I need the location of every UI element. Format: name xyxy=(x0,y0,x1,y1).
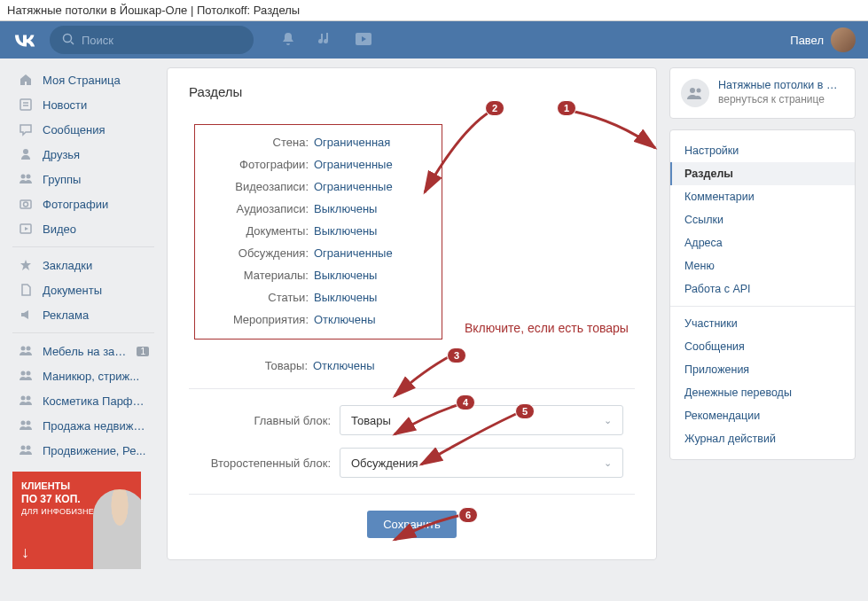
settings-nav-item[interactable]: Денежные переводы xyxy=(670,381,855,404)
nav-item[interactable]: Реклама xyxy=(12,302,154,327)
photos-icon xyxy=(18,196,34,212)
settings-nav-item[interactable]: Разделы xyxy=(670,162,855,185)
bookmarks-icon xyxy=(18,257,34,273)
music-icon[interactable] xyxy=(317,31,333,50)
main-block-select[interactable]: Товары ⌄ xyxy=(340,405,623,435)
nav-item[interactable]: Группы xyxy=(12,167,154,191)
svg-point-15 xyxy=(27,371,31,376)
docs-icon xyxy=(18,282,34,298)
settings-nav-item[interactable]: Приложения xyxy=(670,358,855,381)
svg-point-6 xyxy=(23,149,28,154)
settings-nav-item[interactable]: Участники xyxy=(670,312,855,335)
annotation-badge-1: 1 xyxy=(557,100,576,116)
nav-label: Новости xyxy=(43,98,149,112)
secondary-block-select[interactable]: Обсуждения ⌄ xyxy=(340,448,623,478)
settings-nav-item[interactable]: Ссылки xyxy=(670,208,855,231)
sections-redbox: Стена:ОграниченнаяФотографии:Ограниченны… xyxy=(194,124,442,340)
svg-point-21 xyxy=(27,446,31,450)
settings-nav-item[interactable]: Настройки xyxy=(670,139,855,162)
svg-point-7 xyxy=(21,175,26,179)
nav-item[interactable]: Косметика Парфю... xyxy=(12,388,154,413)
setting-value[interactable]: Ограниченные xyxy=(314,180,393,193)
nav-item[interactable]: Маникюр, стриж... xyxy=(12,363,154,388)
settings-nav: НастройкиРазделыКомментарииСсылкиАдресаМ… xyxy=(669,129,856,460)
nav-item[interactable]: Видео xyxy=(12,216,154,241)
settings-nav-item[interactable]: Журнал действий xyxy=(670,427,855,450)
nav-label: Продвижение, Ре... xyxy=(43,444,149,457)
annotation-badge-5: 5 xyxy=(515,403,535,419)
nav-label: Документы xyxy=(43,284,149,297)
setting-value[interactable]: Ограниченные xyxy=(314,158,393,171)
vk-logo-icon[interactable] xyxy=(12,33,37,47)
setting-value[interactable]: Ограниченные xyxy=(314,246,393,260)
nav-item[interactable]: Документы xyxy=(12,277,154,302)
nav-item[interactable]: Фотографии xyxy=(12,191,154,216)
svg-rect-3 xyxy=(20,99,31,110)
annotation-arrow xyxy=(567,104,664,157)
group-back-link[interactable]: вернуться к странице xyxy=(718,93,844,105)
products-label: Товары: xyxy=(207,359,313,372)
user-menu[interactable]: Павел xyxy=(790,27,856,52)
main-block-label: Главный блок: xyxy=(189,414,340,427)
setting-value[interactable]: Ограниченная xyxy=(314,136,390,149)
setting-row: Аудиозаписи:Выключены xyxy=(207,202,429,215)
right-sidebar: Натяжные потолки в Йо... вернуться к стр… xyxy=(669,67,856,460)
ads-icon xyxy=(18,307,34,323)
setting-value[interactable]: Выключены xyxy=(314,291,377,304)
nav-item[interactable]: Продвижение, Ре... xyxy=(12,438,154,463)
nav-separator xyxy=(670,306,855,307)
setting-value[interactable]: Отключены xyxy=(314,313,375,326)
products-value[interactable]: Отключены xyxy=(313,359,374,372)
nav-separator xyxy=(12,332,154,333)
settings-nav-item[interactable]: Адреса xyxy=(670,231,855,254)
nav-item[interactable]: Друзья xyxy=(12,142,154,167)
video-icon xyxy=(18,221,34,237)
notifications-icon[interactable] xyxy=(280,31,296,50)
nav-item[interactable]: Сообщения xyxy=(12,117,154,142)
settings-nav-item[interactable]: Меню xyxy=(670,254,855,277)
nav-item[interactable]: Моя Страница xyxy=(12,67,154,92)
nav-badge: 1 xyxy=(137,347,149,356)
setting-value[interactable]: Выключены xyxy=(314,224,377,238)
settings-nav-item[interactable]: Рекомендации xyxy=(670,404,855,427)
group-icon xyxy=(18,393,34,409)
group-card[interactable]: Натяжные потолки в Йо... вернуться к стр… xyxy=(669,67,856,119)
group-icon xyxy=(18,418,34,433)
svg-point-23 xyxy=(697,89,701,93)
avatar xyxy=(831,27,856,52)
settings-nav-item[interactable]: Сообщения xyxy=(670,335,855,358)
setting-row: Мероприятия:Отключены xyxy=(207,313,429,326)
nav-label: Мебель на зака... xyxy=(43,345,128,358)
nav-label: Закладки xyxy=(43,259,149,272)
svg-point-22 xyxy=(690,88,695,93)
search-input[interactable] xyxy=(82,34,241,47)
nav-item[interactable]: Продажа недвижи... xyxy=(12,413,154,438)
topbar: Павел xyxy=(0,21,868,59)
nav-label: Друзья xyxy=(43,148,149,161)
search-icon xyxy=(62,33,74,48)
setting-value[interactable]: Выключены xyxy=(314,269,377,282)
nav-label: Фотографии xyxy=(43,198,149,211)
svg-point-16 xyxy=(21,396,26,401)
setting-row: Обсуждения:Ограниченные xyxy=(207,246,429,260)
svg-line-1 xyxy=(71,42,74,44)
news-icon xyxy=(18,97,34,113)
nav-label: Реклама xyxy=(43,308,149,322)
nav-item[interactable]: Новости xyxy=(12,92,154,117)
save-button[interactable]: Сохранить xyxy=(367,511,457,538)
select-value: Обсуждения xyxy=(351,457,418,470)
nav-label: Продажа недвижи... xyxy=(43,419,149,433)
video-play-icon[interactable] xyxy=(355,32,372,49)
settings-nav-item[interactable]: Работа с API xyxy=(670,277,855,300)
nav-label: Косметика Парфю... xyxy=(43,394,149,408)
divider xyxy=(189,494,635,495)
svg-point-18 xyxy=(21,421,26,425)
search-box[interactable] xyxy=(50,26,254,54)
ad-block[interactable]: КЛИЕНТЫ ПО 37 КОП. ДЛЯ ИНФОБИЗНЕСА ↓ xyxy=(12,472,141,569)
setting-value[interactable]: Выключены xyxy=(314,202,377,215)
nav-item[interactable]: Мебель на зака...1 xyxy=(12,339,154,363)
nav-item[interactable]: Закладки xyxy=(12,253,154,277)
nav-label: Видео xyxy=(43,222,149,236)
settings-nav-item[interactable]: Комментарии xyxy=(670,185,855,208)
setting-row: Статьи:Выключены xyxy=(207,291,429,304)
